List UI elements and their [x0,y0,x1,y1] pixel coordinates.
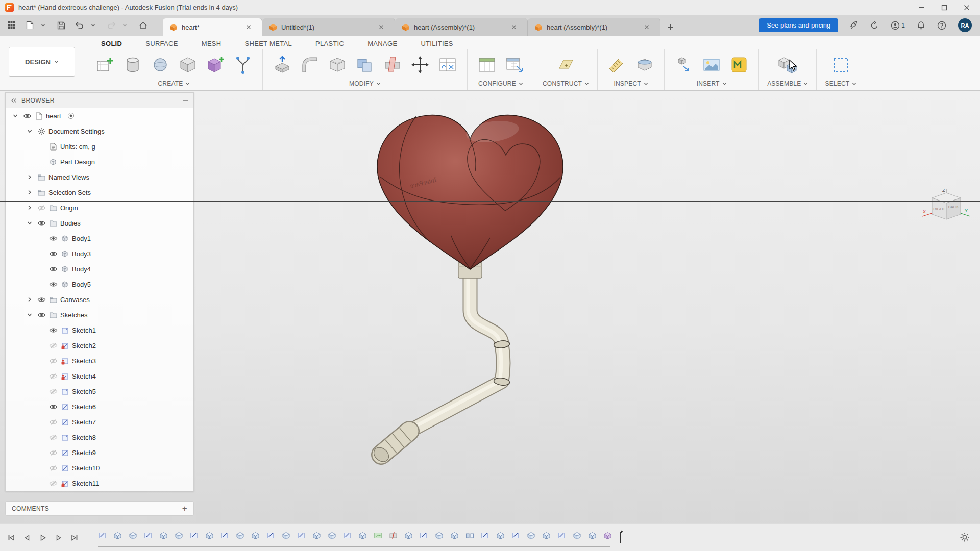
browser-row-body5[interactable]: Body5 [6,277,193,292]
timeline-feature-extrude-icon[interactable] [205,531,214,540]
timeline-feature-extrude-icon[interactable] [251,531,260,540]
visibility-on-icon[interactable] [37,220,46,227]
insert-configuration-icon[interactable] [503,54,526,76]
browser-row-sketch2[interactable]: Sketch2 [6,338,193,353]
browser-row-sketch4[interactable]: Sketch4 [6,368,193,384]
visibility-on-icon[interactable] [48,251,58,257]
step-forward-button[interactable] [54,533,64,543]
visibility-off-icon[interactable] [37,205,46,211]
ribbon-tab-utilities[interactable]: UTILITIES [421,40,453,47]
measure-icon[interactable] [606,54,628,76]
visibility-off-icon[interactable] [48,434,58,441]
notifications-bell-icon[interactable] [917,21,925,30]
balloon-tube[interactable] [371,261,510,464]
browser-row-sketch9[interactable]: Sketch9 [6,445,193,460]
visibility-on-icon[interactable] [37,296,46,303]
visibility-off-icon[interactable] [48,388,58,395]
ribbon-tab-surface[interactable]: SURFACE [145,40,178,47]
timeline-feature-sketch-icon[interactable] [98,531,107,540]
timeline-feature-sketch-icon[interactable] [481,531,489,540]
shell-icon[interactable] [326,54,349,76]
app-grid-button[interactable] [5,19,20,32]
timeline-feature-extrude-icon[interactable] [159,531,168,540]
browser-row-bodies[interactable]: Bodies [6,215,193,231]
job-status-icon[interactable] [870,21,879,30]
presence-icon[interactable]: 1 [891,21,905,30]
browser-row-part-design[interactable]: Part Design [6,154,193,169]
help-icon[interactable] [937,21,946,30]
maximize-icon[interactable] [941,5,947,11]
create-form-icon[interactable] [204,54,227,76]
timeline-feature-extrude-icon[interactable] [113,531,122,540]
timeline-feature-extrude-icon[interactable] [282,531,290,540]
new-tab-button[interactable] [660,24,680,31]
section-analysis-icon[interactable] [633,54,656,76]
tab-close-icon[interactable] [377,24,386,30]
visibility-on-icon[interactable] [22,113,32,119]
timeline-feature-sketch-icon[interactable] [511,531,520,540]
pattern-icon[interactable] [232,54,254,76]
tab-close-icon[interactable] [642,24,651,30]
timeline-feature-extrude-icon[interactable] [542,531,551,540]
visibility-off-icon[interactable] [48,373,58,380]
browser-row-sketches[interactable]: Sketches [6,307,193,322]
browser-row-heart[interactable]: heart [6,108,193,123]
ribbon-group-menu-create[interactable]: CREATE [158,80,190,89]
timeline-feature-extrude-icon[interactable] [404,531,413,540]
browser-row-body4[interactable]: Body4 [6,261,193,277]
configuration-table-icon[interactable] [476,54,498,76]
visibility-off-icon[interactable] [48,342,58,349]
expander-collapsed-icon[interactable] [25,174,34,180]
ribbon-group-menu-select[interactable]: SELECT [825,80,856,89]
expander-collapsed-icon[interactable] [25,205,34,211]
visibility-on-icon[interactable] [48,327,58,334]
revolve-icon[interactable] [149,54,172,76]
timeline-feature-extrude-icon[interactable] [435,531,444,540]
heart-body[interactable]: InterPace [377,115,563,269]
browser-row-body1[interactable]: Body1 [6,231,193,246]
browser-row-selection-sets[interactable]: Selection Sets [6,185,193,200]
browser-row-sketch10[interactable]: Sketch10 [6,460,193,475]
visibility-on-icon[interactable] [48,281,58,288]
browser-row-sketch8[interactable]: Sketch8 [6,430,193,445]
select-icon[interactable] [829,54,852,76]
timeline-position-marker[interactable] [619,530,624,544]
timeline-feature-extrude-icon[interactable] [328,531,336,540]
timeline-feature-extrude-icon[interactable] [236,531,244,540]
fillet-icon[interactable] [299,54,321,76]
add-comment-button[interactable]: + [182,504,187,513]
expander-expanded-icon[interactable] [25,128,34,134]
timeline-feature-extrude-icon[interactable] [175,531,183,540]
timeline-feature-extrude-icon[interactable] [588,531,597,540]
collapse-panel-icon[interactable] [11,98,17,103]
ribbon-group-menu-assemble[interactable]: ASSEMBLE [767,80,808,89]
ribbon-group-menu-construct[interactable]: CONSTRUCT [543,80,589,89]
ribbon-group-menu-inspect[interactable]: INSPECT [614,80,648,89]
document-tab-heart[interactable]: heart* [163,18,262,36]
minimize-icon[interactable] [918,4,925,11]
timeline-feature-sketch-icon[interactable] [190,531,199,540]
ribbon-group-menu-modify[interactable]: MODIFY [349,80,381,89]
tab-close-icon[interactable] [244,24,253,30]
browser-row-sketch3[interactable]: Sketch3 [6,353,193,368]
expander-expanded-icon[interactable] [11,113,20,119]
go-to-end-button[interactable] [69,533,80,543]
undo-button[interactable] [74,19,102,31]
visibility-on-icon[interactable] [48,266,58,272]
timeline-feature-mirror-icon[interactable] [465,531,474,540]
change-parameters-icon[interactable] [436,54,459,76]
visibility-on-icon[interactable] [48,404,58,410]
timeline-feature-sketch-icon[interactable] [144,531,153,540]
visibility-off-icon[interactable] [48,465,58,471]
construct-plane-icon[interactable] [555,54,577,76]
document-tab-untitled-1[interactable]: Untitled*(1) [262,18,395,36]
press-pull-icon[interactable] [271,54,293,76]
ribbon-tab-solid[interactable]: SOLID [101,40,122,47]
timeline-feature-canvas-icon[interactable] [374,531,382,540]
extensions-icon[interactable] [848,20,858,30]
timeline-feature-form-icon[interactable] [603,531,612,540]
browser-row-origin[interactable]: Origin [6,200,193,215]
browser-row-sketch11[interactable]: Sketch11 [6,475,193,491]
visibility-off-icon[interactable] [48,419,58,425]
timeline-feature-extrude-icon[interactable] [358,531,367,540]
